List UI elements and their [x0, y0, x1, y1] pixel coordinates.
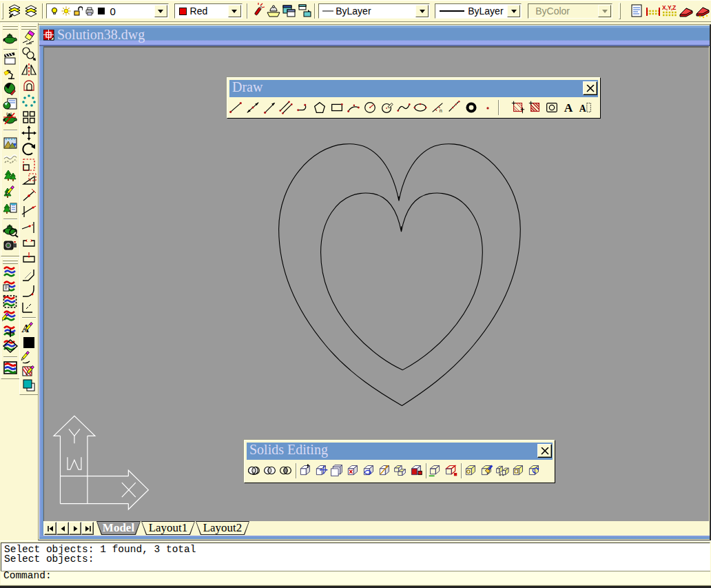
linetype-combo[interactable]: ByLayer	[318, 3, 430, 19]
circle-button[interactable]	[362, 99, 378, 116]
move-faces-button[interactable]	[313, 462, 329, 480]
copy-faces-button[interactable]	[392, 462, 408, 480]
multiline-text-button[interactable]: A	[577, 99, 594, 116]
toolbar-grip[interactable]	[619, 3, 621, 19]
color-edges-button[interactable]	[443, 462, 459, 480]
toolbar-grip[interactable]	[3, 25, 18, 27]
scale-button[interactable]	[21, 156, 37, 172]
hide-button[interactable]: (w)	[2, 111, 19, 125]
extrude-faces-button[interactable]	[297, 462, 313, 480]
last-tab-button[interactable]	[81, 522, 94, 535]
erase-button[interactable]	[21, 30, 37, 46]
materials-button[interactable]	[2, 82, 19, 97]
trim-button[interactable]	[21, 204, 37, 220]
revision-cloud-button[interactable]	[379, 99, 395, 116]
rotate-button[interactable]	[21, 141, 37, 156]
make-objects-layer-current-button[interactable]	[7, 3, 23, 19]
draw-toolbar-close-button[interactable]	[583, 81, 597, 95]
command-history[interactable]: Select objects: 1 found, 3 totalSelect o…	[1, 543, 710, 571]
lineweight-combo[interactable]: ByLayer	[435, 3, 522, 19]
rotate-faces-button[interactable]	[360, 462, 376, 480]
rectangle-button[interactable]	[328, 99, 344, 116]
color-combo[interactable]: Red	[174, 3, 243, 19]
stretch-button[interactable]	[21, 172, 37, 188]
properties-window-button[interactable]	[297, 3, 313, 19]
landscape-new-button[interactable]	[2, 168, 19, 184]
point-button[interactable]	[480, 99, 496, 116]
heart-inner-curve[interactable]	[321, 193, 483, 370]
polygon-button[interactable]	[311, 99, 328, 116]
background-button[interactable]	[2, 152, 19, 168]
toolbar-grip[interactable]	[3, 259, 18, 261]
chamfer-button[interactable]	[21, 267, 37, 283]
separate-button[interactable]	[494, 462, 510, 480]
render-button[interactable]	[2, 30, 19, 46]
offset-faces-button[interactable]	[329, 462, 344, 480]
line-button[interactable]	[227, 99, 244, 116]
toolbar-grip[interactable]	[21, 25, 37, 27]
layers-button[interactable]	[23, 3, 40, 19]
gouraud-shaded-edges-on-button[interactable]	[2, 361, 19, 376]
edit-color-button[interactable]	[21, 336, 37, 350]
polyline-button[interactable]	[295, 99, 311, 116]
command-prompt-line[interactable]: Command:	[1, 571, 710, 585]
fillet-button[interactable]	[21, 283, 37, 298]
donut-button[interactable]	[462, 99, 479, 116]
ellipse-button[interactable]	[412, 99, 429, 116]
measure-button[interactable]	[446, 99, 462, 116]
offset-button[interactable]	[21, 78, 37, 94]
shell-button[interactable]	[510, 462, 526, 480]
previous-tab-button[interactable]	[56, 522, 69, 535]
area-button[interactable]	[678, 3, 694, 19]
hatch-button[interactable]	[510, 99, 526, 116]
draworder-button[interactable]	[21, 378, 37, 393]
match-properties-button[interactable]	[249, 3, 265, 19]
heart-outer-curve[interactable]	[279, 144, 521, 406]
boundary-button[interactable]	[527, 99, 544, 116]
spline-button[interactable]	[395, 99, 412, 116]
construction-line-button[interactable]	[244, 99, 260, 116]
hidden-button[interactable]	[2, 294, 19, 310]
extend-button[interactable]	[21, 220, 37, 236]
2d-wireframe-button[interactable]	[2, 265, 19, 280]
solids-editing-titlebar[interactable]: Solids Editing	[247, 443, 553, 460]
drawing-window-titlebar[interactable]: Solution38.dwg	[39, 26, 710, 46]
color-combo-dropdown-button[interactable]	[228, 5, 241, 17]
check-button[interactable]	[526, 462, 542, 480]
materials-library-button[interactable]	[2, 97, 19, 111]
designcenter-button[interactable]	[281, 3, 297, 19]
flat-shaded-edges-on-button[interactable]	[2, 338, 19, 354]
linetype-combo-dropdown-button[interactable]	[415, 5, 429, 17]
array-rectangular-button[interactable]	[21, 109, 37, 125]
lineweight-combo-dropdown-button[interactable]	[507, 5, 520, 17]
first-tab-button[interactable]	[44, 522, 56, 535]
draw-toolbar-titlebar[interactable]: Draw	[229, 80, 598, 97]
tab-layout2[interactable]: Layout2	[196, 521, 249, 535]
arc-button[interactable]	[345, 99, 362, 116]
object-snap-settings-button[interactable]	[265, 3, 281, 19]
locate-point-button[interactable]: X,Y,Z	[661, 3, 678, 19]
copy-edges-button[interactable]	[427, 462, 443, 480]
divide-button[interactable]: n	[429, 99, 446, 116]
next-tab-button[interactable]	[69, 522, 81, 535]
move-button[interactable]	[21, 125, 37, 141]
list-button[interactable]	[628, 3, 645, 19]
edit-text-button[interactable]: A	[21, 321, 37, 336]
3d-wireframe-button[interactable]	[2, 279, 19, 294]
render-preferences-button[interactable]	[2, 222, 19, 238]
break-at-point-button[interactable]	[21, 251, 37, 267]
ray-button[interactable]	[261, 99, 278, 116]
mapping-button[interactable]	[2, 135, 19, 152]
flat-shaded-button[interactable]	[2, 309, 19, 324]
single-line-text-button[interactable]: A	[560, 99, 577, 116]
tab-layout1[interactable]: Layout1	[141, 521, 195, 535]
array-polar-button[interactable]	[21, 94, 37, 110]
explode-button[interactable]	[21, 298, 37, 314]
mass-properties-button[interactable]	[694, 3, 711, 19]
break-button[interactable]	[21, 236, 37, 252]
statistics-button[interactable]	[2, 238, 19, 254]
mirror-button[interactable]	[21, 62, 37, 78]
landscape-library-button[interactable]	[2, 200, 19, 216]
imprint-button[interactable]	[462, 462, 478, 480]
lights-button[interactable]	[2, 67, 19, 81]
